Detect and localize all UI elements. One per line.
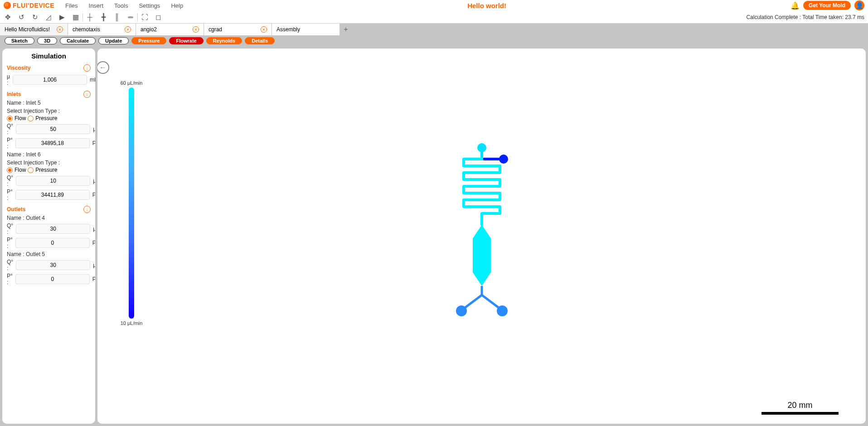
tab-cgrad[interactable]: cgrad ×: [204, 24, 272, 35]
inlet-name: Name : Inlet 6: [7, 151, 91, 158]
q-input[interactable]: [16, 260, 90, 270]
q-unit: μL/min: [93, 126, 95, 132]
collapse-icon[interactable]: ↓: [83, 206, 91, 213]
align-h-icon[interactable]: ╋: [99, 13, 107, 21]
add-tab-button[interactable]: +: [340, 25, 352, 34]
tab-hello-microfluidics[interactable]: Hello Microfluidics! ×: [0, 24, 68, 35]
scalebar-line: [761, 412, 839, 415]
dist-h-icon[interactable]: ║: [113, 13, 121, 21]
tab-angio2[interactable]: angio2 ×: [136, 24, 204, 35]
simulation-panel: Simulation Viscosity ↓ μ : mPa.s Inlets …: [2, 48, 95, 424]
bounds-icon[interactable]: ◻: [154, 13, 162, 21]
q-input[interactable]: [16, 224, 90, 234]
radio-pressure-label: Pressure: [35, 167, 57, 173]
inlets-section: Inlets ↓ Name : Inlet 5 Select Injection…: [7, 91, 91, 201]
collapse-icon[interactable]: ↓: [83, 64, 91, 72]
p-input[interactable]: [15, 138, 90, 148]
q-input[interactable]: [16, 124, 90, 134]
colorbar-max: 60 μL/min: [118, 80, 145, 86]
align-v-icon[interactable]: ┼: [86, 13, 94, 21]
play-icon[interactable]: ▶: [58, 13, 66, 21]
rotate-cw-icon[interactable]: ↻: [31, 13, 39, 21]
separator: [137, 13, 138, 21]
radio-pressure[interactable]: [28, 116, 34, 121]
app-logo[interactable]: FLUI'DEVICE: [4, 2, 54, 9]
header-title: Hello world!: [183, 2, 790, 10]
svg-point-1: [499, 155, 508, 164]
inj-type-label: Select Injection Type :: [7, 108, 91, 114]
update-button[interactable]: Update: [98, 37, 129, 44]
p-unit: Pa: [92, 240, 95, 246]
grid-icon[interactable]: ▦: [72, 13, 80, 21]
tab-label: chemotaxis: [73, 26, 100, 33]
radio-flow-label: Flow: [15, 115, 26, 121]
dist-v-icon[interactable]: ═: [126, 13, 135, 21]
radio-pressure[interactable]: [28, 167, 34, 173]
panel-title: Simulation: [7, 52, 91, 60]
close-icon[interactable]: ×: [261, 26, 267, 33]
outlets-header: Outlets: [7, 206, 25, 213]
tab-label: Assembly: [276, 26, 300, 33]
tab-chemotaxis[interactable]: chemotaxis ×: [68, 24, 136, 35]
tool-group-nav: ✥ ↺ ↻ ◿ ▶ ▦: [4, 13, 80, 21]
outlets-section: Outlets ↓ Name : Outlet 4 Q° : μL/min P°…: [7, 206, 91, 286]
close-icon[interactable]: ×: [125, 26, 131, 33]
pressure-button[interactable]: Pressure: [131, 37, 166, 44]
radio-flow[interactable]: [7, 167, 13, 173]
inj-type-label: Select Injection Type :: [7, 160, 91, 166]
move-icon[interactable]: ✥: [4, 13, 12, 21]
canvas[interactable]: ← 60 μL/min 10 μL/min: [97, 48, 866, 424]
q-unit: μL/min: [93, 226, 95, 232]
rotate-ccw-icon[interactable]: ↺: [17, 13, 25, 21]
flowrate-button[interactable]: Flowrate: [169, 37, 203, 44]
fit-screen-icon[interactable]: ⛶: [141, 13, 149, 21]
mirror-icon[interactable]: ◿: [44, 13, 53, 21]
tool-group-fit: ⛶ ◻: [141, 13, 162, 21]
mu-input[interactable]: [13, 75, 87, 85]
q-unit: μL/min: [93, 178, 95, 184]
menu-files[interactable]: Files: [65, 2, 78, 9]
details-button[interactable]: Details: [245, 37, 275, 44]
inlet-name: Name : Inlet 5: [7, 100, 91, 106]
close-icon[interactable]: ×: [193, 26, 199, 33]
3d-button[interactable]: 3D: [37, 37, 57, 44]
menu-help[interactable]: Help: [171, 2, 183, 9]
colorbar-min: 10 μL/min: [118, 320, 145, 326]
menu-tools[interactable]: Tools: [114, 2, 128, 9]
collapse-icon[interactable]: ↓: [83, 91, 91, 98]
menu-insert[interactable]: Insert: [89, 2, 104, 9]
menu-settings[interactable]: Settings: [139, 2, 160, 9]
outlet-name: Name : Outlet 4: [7, 215, 91, 221]
tab-label: cgrad: [209, 26, 222, 33]
back-button[interactable]: ←: [97, 61, 109, 74]
tab-label: Hello Microfluidics!: [5, 26, 50, 33]
p-input[interactable]: [15, 238, 90, 248]
p-unit: Pa: [92, 192, 95, 198]
radio-flow-label: Flow: [15, 167, 26, 173]
radio-pressure-label: Pressure: [35, 115, 57, 121]
mu-unit: mPa.s: [90, 77, 95, 83]
inlets-header: Inlets: [7, 91, 21, 97]
sketch-button[interactable]: Sketch: [5, 37, 34, 44]
viscosity-section: Viscosity ↓ μ : mPa.s: [7, 64, 91, 86]
p-input[interactable]: [15, 274, 90, 284]
bell-icon[interactable]: 🔔: [790, 1, 800, 10]
p-input[interactable]: [15, 190, 90, 200]
close-icon[interactable]: ×: [57, 26, 63, 33]
calculate-button[interactable]: Calculate: [60, 37, 96, 44]
reynolds-button[interactable]: Reynolds: [206, 37, 242, 44]
radio-flow[interactable]: [7, 116, 13, 121]
get-mold-button[interactable]: Get Your Mold: [803, 1, 851, 10]
user-avatar[interactable]: 👤: [854, 0, 864, 10]
svg-point-3: [497, 305, 508, 316]
q-label: Q° :: [7, 174, 13, 187]
app-name: FLUI'DEVICE: [13, 2, 54, 9]
q-unit: μL/min: [93, 262, 95, 268]
tab-assembly[interactable]: Assembly: [272, 24, 340, 35]
p-unit: Pa: [92, 140, 95, 146]
view-toolbar: Sketch 3D Calculate Update Pressure Flow…: [0, 35, 868, 46]
p-unit: Pa: [92, 276, 95, 282]
logo-icon: [4, 2, 11, 9]
tab-label: angio2: [141, 26, 157, 33]
q-input[interactable]: [16, 176, 90, 186]
